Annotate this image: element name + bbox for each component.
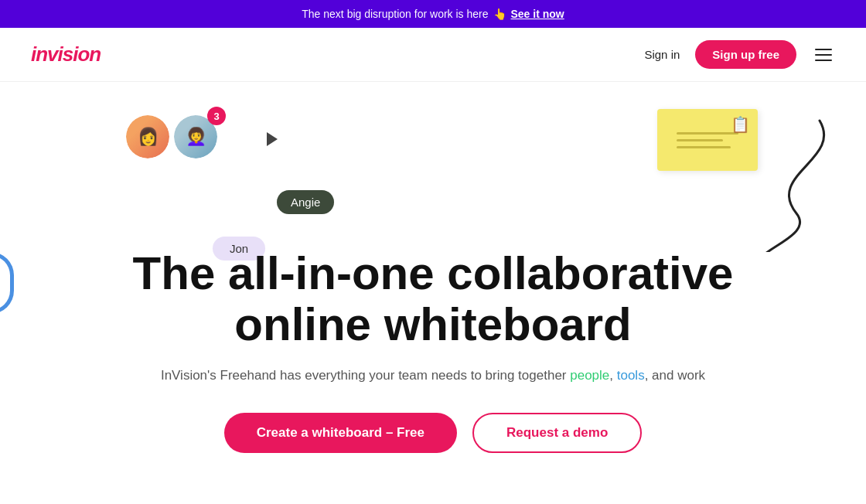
sign-up-button[interactable]: Sign up free bbox=[695, 40, 796, 69]
sticky-line-1 bbox=[677, 132, 738, 135]
sign-in-button[interactable]: Sign in bbox=[644, 48, 680, 61]
avatar-1: 👩 bbox=[124, 113, 172, 161]
request-demo-button[interactable]: Request a demo bbox=[472, 413, 642, 453]
angie-label: Angie bbox=[277, 190, 334, 214]
hamburger-line-1 bbox=[815, 49, 832, 50]
banner-text: The next big disruption for work is here bbox=[302, 8, 488, 20]
nav-right: Sign in Sign up free bbox=[644, 40, 835, 69]
hero-title: The all-in-one collaborative online whit… bbox=[62, 248, 804, 350]
avatar-image-1: 👩 bbox=[126, 115, 169, 158]
create-whiteboard-button[interactable]: Create a whiteboard – Free bbox=[224, 413, 457, 453]
avatars-group: 👩 👩‍🦱 3 bbox=[124, 113, 220, 161]
hero-section: 👩 👩‍🦱 3 Angie Jon 📋 bbox=[0, 82, 866, 499]
hamburger-menu[interactable] bbox=[812, 46, 835, 64]
sticky-line-3 bbox=[677, 146, 731, 148]
hero-content: The all-in-one collaborative online whit… bbox=[0, 248, 866, 454]
squiggle-decoration bbox=[735, 113, 843, 252]
navbar: invision Sign in Sign up free bbox=[0, 28, 866, 82]
top-banner: The next big disruption for work is here… bbox=[0, 0, 866, 28]
notification-badge: 3 bbox=[207, 107, 226, 125]
sticky-line-2 bbox=[677, 139, 723, 141]
logo: invision bbox=[31, 43, 101, 66]
hamburger-line-2 bbox=[815, 54, 832, 56]
cursor-arrow bbox=[267, 132, 278, 146]
banner-emoji: 👆 bbox=[493, 8, 506, 20]
illustration-area: 👩 👩‍🦱 3 Angie Jon 📋 bbox=[0, 82, 866, 260]
avatar-wrapper-1: 👩 bbox=[124, 113, 172, 161]
cta-buttons: Create a whiteboard – Free Request a dem… bbox=[62, 413, 804, 453]
avatar-wrapper-2: 👩‍🦱 3 bbox=[172, 113, 220, 161]
hero-subtitle: InVision's Freehand has everything your … bbox=[62, 366, 804, 386]
banner-link[interactable]: See it now bbox=[511, 8, 564, 20]
hamburger-line-3 bbox=[815, 60, 832, 61]
